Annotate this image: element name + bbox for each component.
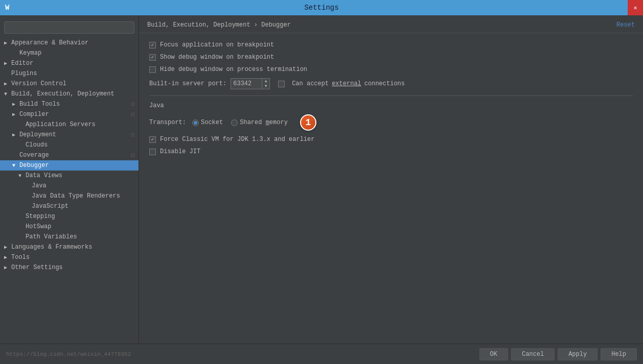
port-spinner: ▲ ▼ (262, 79, 269, 89)
nav-item-label: Build, Execution, Deployment (11, 90, 114, 98)
nav-arrow: ▶ (12, 132, 17, 138)
window-title: Settings (304, 4, 338, 12)
sidebar-item-debugger[interactable]: ▼Debugger (0, 160, 139, 171)
can-accept-label: Can accept (292, 80, 329, 87)
nav-item-label: Stepping (26, 213, 55, 220)
title-bar: W Settings ✕ (0, 0, 643, 15)
nav-arrow: ▶ (4, 81, 9, 87)
nav-arrow: ▶ (12, 101, 17, 107)
option-row-show-debug: Show debug window on breakpoint (149, 54, 633, 61)
nav-item-label: Editor (11, 60, 33, 67)
nav-item-label: Coverage (19, 152, 49, 159)
checkbox-label-disable-jit: Disable JIT (160, 148, 200, 155)
checkbox-label-show-debug: Show debug window on breakpoint (160, 54, 274, 61)
nav-item-label: Java Data Type Renderers (32, 192, 120, 200)
nav-arrow-spacer (18, 224, 24, 230)
reset-link[interactable]: Reset (616, 21, 635, 29)
socket-option[interactable]: Socket (192, 119, 223, 126)
sidebar-item-app-servers[interactable]: Application Servers (0, 119, 139, 130)
sidebar-item-other[interactable]: ▶Other Settings (0, 262, 139, 273)
sidebar-item-tools[interactable]: ▶Tools (0, 252, 139, 262)
nav-icon: □ (131, 153, 134, 158)
socket-label: Socket (201, 119, 223, 126)
option-row-focus-app: Focus application on breakpoint (149, 41, 633, 48)
nav-item-label: Application Servers (26, 121, 96, 128)
nav-item-label: Debugger (19, 162, 49, 169)
checkbox-disable-jit[interactable] (149, 149, 156, 155)
nav-arrow-spacer (4, 71, 9, 77)
nav-item-label: Path Variables (26, 233, 77, 240)
sidebar-item-appearance[interactable]: ▶Appearance & Behavior (0, 38, 139, 48)
sidebar-item-version-control[interactable]: ▶Version Control (0, 79, 139, 89)
checkbox-label-hide-debug: Hide debug window on process termination (160, 66, 307, 73)
nav-item-label: Keymap (19, 50, 41, 57)
apply-button[interactable]: Apply (558, 348, 598, 360)
sidebar-item-data-views[interactable]: ▼Data Views (0, 171, 139, 181)
sidebar-item-coverage[interactable]: Coverage□ (0, 150, 139, 160)
option-row-hide-debug: Hide debug window on process termination (149, 66, 633, 73)
nav-arrow-spacer (18, 214, 24, 220)
checkbox-show-debug[interactable] (149, 54, 156, 61)
nav-item-label: HotSwap (26, 223, 51, 230)
sidebar-item-compiler[interactable]: ▶Compiler□ (0, 109, 139, 119)
content-area: ▶Appearance & Behavior Keymap▶Editor Plu… (0, 15, 643, 344)
badge-number: 1 (300, 114, 316, 131)
sidebar-item-build[interactable]: ▼Build, Execution, Deployment (0, 89, 139, 99)
nav-arrow: ▶ (12, 111, 17, 117)
external-label: external (332, 80, 361, 87)
shared-memory-label: Shared memory (240, 119, 288, 126)
transport-row: Transport: Socket Shared memory 1 (149, 114, 633, 131)
checkbox-label-force-classic: Force Classic VM for JDK 1.3.x and earli… (160, 136, 314, 143)
nav-arrow: ▼ (4, 91, 9, 97)
ok-button[interactable]: OK (479, 348, 508, 360)
sidebar-item-keymap[interactable]: Keymap (0, 48, 139, 58)
nav-item-label: Build Tools (19, 101, 60, 108)
close-button[interactable]: ✕ (628, 0, 643, 15)
nav-arrow: ▶ (4, 264, 9, 271)
ext-checkbox[interactable] (278, 81, 285, 87)
nav-arrow-spacer (18, 122, 24, 128)
main-panel: Build, Execution, Deployment › Debugger … (139, 15, 643, 344)
nav-item-label: Deployment (19, 131, 56, 138)
sidebar-item-languages[interactable]: ▶Languages & Frameworks (0, 242, 139, 252)
nav-item-label: Tools (11, 254, 30, 261)
nav-item-label: Data Views (26, 172, 62, 179)
sidebar-item-plugins[interactable]: Plugins (0, 68, 139, 79)
main-container: ▶Appearance & Behavior Keymap▶Editor Plu… (0, 15, 643, 364)
nav-item-label: Java (32, 182, 47, 189)
checkbox-force-classic[interactable] (149, 136, 156, 143)
help-button[interactable]: Help (601, 348, 637, 360)
sidebar-item-java-data[interactable]: Java Data Type Renderers (0, 191, 139, 201)
transport-label: Transport: (149, 119, 186, 126)
port-input[interactable] (231, 79, 262, 88)
checkbox-label-focus-app: Focus application on breakpoint (160, 41, 274, 48)
nav-arrow-spacer (18, 234, 24, 240)
bottom-buttons: OK Cancel Apply Help (479, 348, 637, 360)
sidebar-item-javascript[interactable]: JavaScript (0, 201, 139, 211)
sidebar-item-stepping[interactable]: Stepping (0, 211, 139, 222)
port-decrement[interactable]: ▼ (262, 84, 269, 89)
nav-item-label: Other Settings (11, 264, 63, 271)
sidebar-item-clouds[interactable]: Clouds (0, 140, 139, 150)
search-input[interactable] (4, 21, 134, 34)
nav-arrow: ▶ (4, 244, 9, 250)
java-section-label: Java (149, 102, 633, 109)
sidebar-item-deployment[interactable]: ▶Deployment□ (0, 130, 139, 140)
sidebar-item-path-variables[interactable]: Path Variables (0, 232, 139, 242)
port-increment[interactable]: ▲ (262, 79, 269, 84)
nav-item-label: Clouds (26, 141, 48, 149)
shared-memory-radio[interactable] (231, 119, 238, 126)
sidebar-item-hotswap[interactable]: HotSwap (0, 222, 139, 232)
checkbox-focus-app[interactable] (149, 42, 156, 48)
bottom-bar: https://blog.csdn.net/weixin_44778952 OK… (0, 344, 643, 364)
sidebar-item-editor[interactable]: ▶Editor (0, 58, 139, 68)
shared-memory-option[interactable]: Shared memory (231, 119, 288, 126)
socket-radio[interactable] (192, 119, 199, 126)
breadcrumb: Build, Execution, Deployment › Debugger (147, 21, 291, 29)
nav-icon: □ (131, 112, 134, 117)
nav-item-label: Plugins (11, 70, 37, 77)
cancel-button[interactable]: Cancel (511, 348, 555, 360)
sidebar-item-build-tools[interactable]: ▶Build Tools□ (0, 99, 139, 109)
checkbox-hide-debug[interactable] (149, 66, 156, 73)
sidebar-item-java[interactable]: Java (0, 181, 139, 191)
